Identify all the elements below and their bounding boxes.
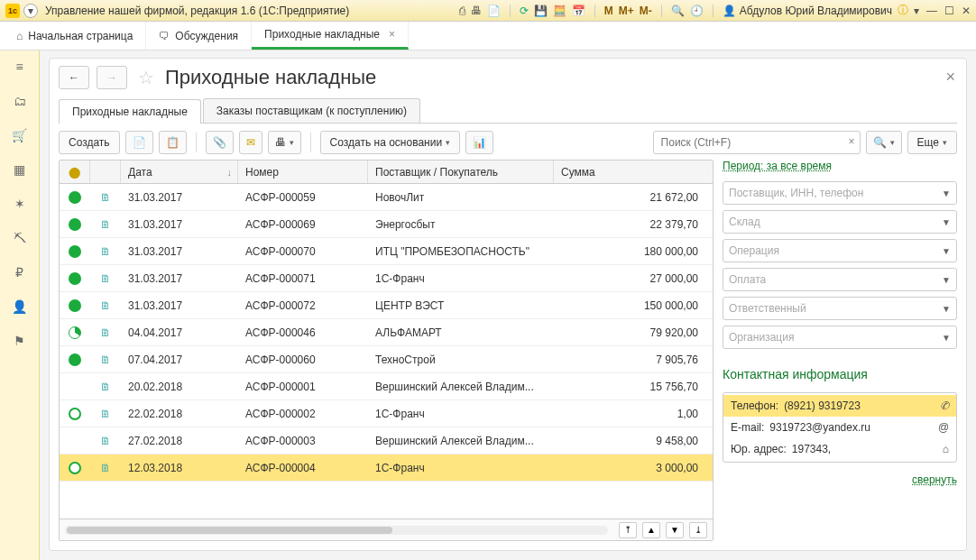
print-button[interactable]: 🖶 ▾ [268, 131, 301, 154]
tab-close-icon[interactable]: × [389, 28, 395, 41]
print-icon[interactable]: 🖶 [471, 5, 482, 17]
period-link[interactable]: Период: за все время [723, 160, 957, 172]
contact-row[interactable]: Телефон: (8921) 9319723✆ [723, 395, 956, 417]
minimize-button[interactable]: — [926, 5, 937, 17]
h-scrollbar[interactable] [65, 526, 608, 535]
col-amount[interactable]: Сумма [554, 161, 713, 183]
save-icon[interactable]: 💾 [534, 5, 548, 17]
chevron-down-icon[interactable]: ▼ [942, 188, 951, 198]
report-button[interactable]: 📊 [465, 131, 493, 154]
maximize-button[interactable]: ☐ [944, 5, 954, 17]
table-row[interactable]: 🗎31.03.2017АСФР-0000711С-Франч27 000,00 [60, 265, 713, 292]
help-icon[interactable]: ⓘ [898, 3, 908, 18]
zoom-icon[interactable]: 🔍 [671, 5, 685, 17]
font-m-minus[interactable]: M- [640, 5, 652, 17]
favorite-star-icon[interactable]: ☆ [138, 67, 154, 88]
copy-button[interactable]: 📄 [125, 131, 153, 154]
col-status[interactable]: ⬤ [60, 161, 90, 183]
cell-supplier: ЦЕНТР ВЭСТ [368, 292, 554, 318]
font-m[interactable]: M [604, 5, 613, 17]
tab-invoices[interactable]: Приходные накладные × [252, 22, 409, 50]
search-button[interactable]: 🔍 ▾ [866, 131, 902, 154]
collapse-link[interactable]: свернуть [723, 473, 957, 486]
app-menu-dropdown[interactable]: ▾ [23, 4, 38, 18]
tab-home[interactable]: ⌂ Начальная страница [4, 22, 146, 50]
purchases-icon[interactable]: ▦ [11, 161, 29, 179]
table-row[interactable]: 🗎22.02.2018АСФР-0000021С-Франч1,00 [60, 400, 713, 427]
table-row[interactable]: 🗎27.02.2018АСФР-000003Вершинский Алексей… [60, 427, 713, 454]
cell-amount: 21 672,00 [554, 184, 713, 210]
current-user[interactable]: 👤 Абдулов Юрий Владимирович [723, 5, 892, 17]
table-row[interactable]: 🗎04.04.2017АСФР-000046АЛЬФАМАРТ79 920,00 [60, 319, 713, 346]
close-window-button[interactable]: ✕ [962, 5, 971, 17]
scroll-down-button[interactable]: ▼ [666, 522, 684, 538]
tab-discussions[interactable]: 🗨 Обсуждения [146, 22, 252, 50]
scroll-bottom-button[interactable]: ⤓ [689, 522, 707, 538]
money-icon[interactable]: ₽ [11, 263, 29, 281]
nav-forward-button[interactable]: → [97, 66, 127, 89]
search-clear-icon[interactable]: × [849, 135, 855, 148]
filter-placeholder: Ответственный [729, 302, 806, 315]
contact-row[interactable]: Юр. адрес: 197343,⌂ [723, 438, 956, 460]
history-icon[interactable]: 🕘 [690, 5, 704, 17]
filter-combo[interactable]: Организация▼ [723, 326, 957, 349]
scroll-up-button[interactable]: ▲ [642, 522, 660, 538]
table-row[interactable]: 🗎31.03.2017АСФР-000069Энергосбыт22 379,7… [60, 211, 713, 238]
chevron-down-icon[interactable]: ▼ [942, 333, 951, 343]
post-button[interactable]: 📋 [159, 131, 187, 154]
filter-combo[interactable]: Операция▼ [723, 239, 957, 262]
works-icon[interactable]: ✶ [11, 195, 29, 213]
panel-close-icon[interactable]: × [945, 68, 955, 87]
chevron-down-icon[interactable]: ▼ [942, 217, 951, 227]
subtab-invoices[interactable]: Приходные накладные [59, 99, 201, 124]
table-row[interactable]: 🗎12.03.2018АСФР-0000041С-Франч3 000,00 [60, 454, 713, 482]
cell-number: АСФР-000072 [238, 292, 368, 318]
refresh-icon[interactable]: ⟳ [520, 5, 529, 17]
contact-row[interactable]: E-mail: 9319723@yandex.ru@ [723, 417, 956, 438]
doc-icon: 🗎 [99, 245, 112, 258]
col-date[interactable]: Дата [121, 161, 238, 183]
print-preview-icon[interactable]: ⎙ [459, 5, 465, 17]
calculator-icon[interactable]: 🧮 [553, 5, 566, 17]
production-icon[interactable]: ⛏ [11, 229, 29, 247]
chevron-down-icon[interactable]: ▼ [942, 275, 951, 285]
col-doc[interactable] [90, 161, 121, 183]
company-icon[interactable]: ⚑ [11, 332, 29, 350]
more-button[interactable]: Еще ▾ [907, 131, 957, 154]
calendar-icon[interactable]: 📅 [572, 5, 585, 17]
cell-date: 31.03.2017 [121, 211, 238, 237]
cell-date: 12.03.2018 [121, 454, 238, 481]
sales-icon[interactable]: 🛒 [11, 126, 29, 144]
subtab-orders[interactable]: Заказы поставщикам (к поступлению) [203, 98, 420, 123]
scroll-top-button[interactable]: ⤒ [619, 522, 637, 538]
cell-docicon: 🗎 [90, 265, 121, 291]
table-row[interactable]: 🗎31.03.2017АСФР-000070ИТЦ "ПРОМБЕЗОПАСНО… [60, 238, 713, 265]
nav-back-button[interactable]: ← [59, 66, 89, 89]
filter-combo[interactable]: Склад▼ [723, 210, 957, 234]
filter-combo[interactable]: Ответственный▼ [723, 297, 957, 320]
filter-combo[interactable]: Оплата▼ [723, 268, 957, 291]
table-row[interactable]: 🗎07.04.2017АСФР-000060ТехноСтрой7 905,76 [60, 346, 713, 373]
contact-icon: ⌂ [943, 443, 949, 455]
create-basis-button[interactable]: Создать на основании ▾ [320, 131, 461, 154]
menu-icon[interactable]: ≡ [11, 58, 29, 76]
col-supplier[interactable]: Поставщик / Покупатель [368, 161, 554, 183]
table-row[interactable]: 🗎31.03.2017АСФР-000059НовочЛит21 672,00 [60, 184, 713, 211]
search-input[interactable] [653, 131, 861, 154]
personnel-icon[interactable]: 👤 [11, 298, 29, 316]
contact-icon: @ [938, 421, 949, 434]
email-button[interactable]: ✉ [239, 131, 262, 154]
table-row[interactable]: 🗎20.02.2018АСФР-000001Вершинский Алексей… [60, 373, 713, 400]
cell-number: АСФР-000002 [238, 400, 368, 427]
chevron-down-icon[interactable]: ▼ [942, 304, 951, 314]
create-button[interactable]: Создать [59, 131, 120, 154]
col-number[interactable]: Номер [238, 161, 368, 183]
font-m-plus[interactable]: M+ [619, 5, 634, 17]
chevron-down-icon[interactable]: ▼ [942, 246, 951, 256]
help-dropdown-icon[interactable]: ▾ [914, 5, 919, 17]
attach-button[interactable]: 📎 [206, 131, 234, 154]
table-row[interactable]: 🗎31.03.2017АСФР-000072ЦЕНТР ВЭСТ150 000,… [60, 292, 713, 319]
filter-combo[interactable]: Поставщик, ИНН, телефон▼ [723, 181, 957, 205]
crm-icon[interactable]: 🗂 [11, 92, 29, 110]
document-icon[interactable]: 📄 [487, 5, 501, 17]
